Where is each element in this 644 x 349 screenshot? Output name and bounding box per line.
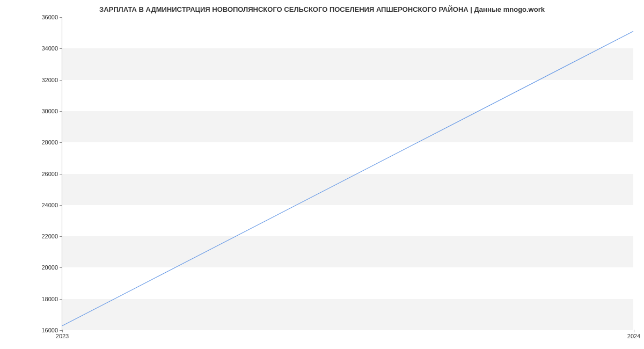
data-line bbox=[62, 17, 633, 330]
y-tick-mark bbox=[60, 111, 62, 112]
plot-area: 20232024 bbox=[62, 17, 633, 330]
y-tick-label: 20000 bbox=[31, 264, 58, 271]
y-tick-mark bbox=[60, 205, 62, 206]
y-tick-mark bbox=[60, 267, 62, 268]
x-tick-mark bbox=[634, 330, 634, 332]
x-tick-label: 2023 bbox=[56, 333, 69, 339]
y-tick-label: 30000 bbox=[31, 108, 58, 114]
y-tick-label: 36000 bbox=[31, 14, 58, 20]
x-tick-mark bbox=[62, 330, 63, 332]
y-tick-label: 18000 bbox=[31, 296, 58, 302]
y-tick-label: 26000 bbox=[31, 171, 58, 177]
y-tick-mark bbox=[60, 174, 62, 174]
chart-title: ЗАРПЛАТА В АДМИНИСТРАЦИЯ НОВОПОЛЯНСКОГО … bbox=[0, 5, 644, 13]
x-tick-label: 2024 bbox=[627, 333, 640, 339]
y-tick-mark bbox=[60, 142, 62, 143]
y-tick-label: 16000 bbox=[31, 327, 58, 333]
y-tick-label: 34000 bbox=[31, 45, 58, 52]
y-tick-label: 24000 bbox=[31, 202, 58, 208]
y-tick-mark bbox=[60, 48, 62, 49]
y-tick-label: 22000 bbox=[31, 233, 58, 239]
y-tick-mark bbox=[60, 17, 62, 18]
y-tick-mark bbox=[60, 299, 62, 300]
y-tick-mark bbox=[60, 80, 62, 81]
y-tick-label: 32000 bbox=[31, 77, 58, 83]
y-tick-label: 28000 bbox=[31, 139, 58, 146]
y-tick-mark bbox=[60, 236, 62, 237]
